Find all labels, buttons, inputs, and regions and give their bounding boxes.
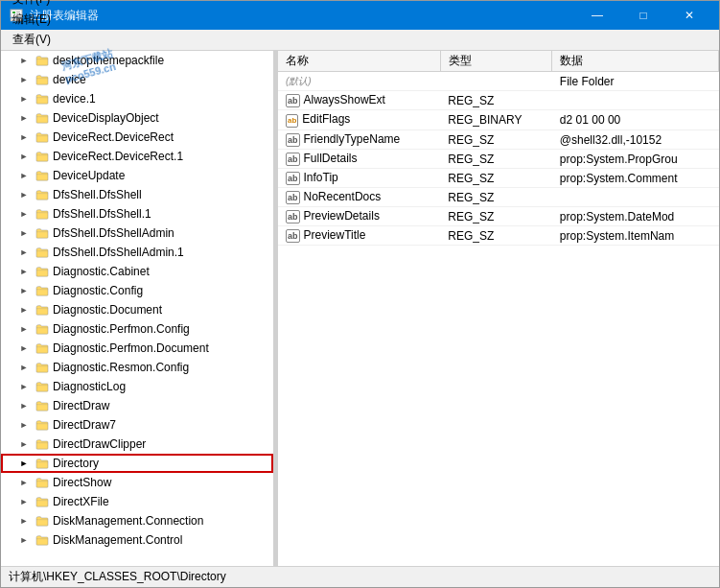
tree-item[interactable]: ► Diagnostic.Cabinet <box>1 262 273 281</box>
tree-item[interactable]: ► Directory <box>1 454 273 473</box>
table-row[interactable]: abEditFlagsREG_BINARYd2 01 00 00 <box>278 110 719 130</box>
expand-icon[interactable]: ► <box>16 149 32 164</box>
string-type-icon: ab <box>286 191 300 204</box>
expand-icon[interactable]: ► <box>16 129 32 145</box>
expand-icon[interactable]: ► <box>16 398 32 413</box>
menu-item[interactable]: 编辑(E) <box>5 10 70 30</box>
expand-icon[interactable]: ► <box>16 513 32 529</box>
tree-item[interactable]: ► DfsShell.DfsShellAdmin <box>1 223 273 243</box>
folder-icon <box>35 495 50 508</box>
tree-item[interactable]: ► Diagnostic.Perfmon.Document <box>1 339 273 358</box>
minimize-button[interactable]: — <box>575 1 619 30</box>
tree-item-label: DeviceRect.DeviceRect.1 <box>53 147 183 166</box>
expand-icon[interactable]: ► <box>16 379 32 394</box>
right-pane[interactable]: 名称类型数据 (默认)File FolderabAlwaysShowExtREG… <box>278 51 719 566</box>
tree-item-label: DeviceRect.DeviceRect <box>53 128 174 147</box>
folder-icon <box>35 533 50 547</box>
table-row[interactable]: abFullDetailsREG_SZprop:System.PropGrou <box>278 150 719 169</box>
tree-item[interactable]: ► DiskManagement.Control <box>1 530 273 550</box>
tree-item[interactable]: ► DirectShow <box>1 473 273 492</box>
reg-name-cell: abAlwaysShowExt <box>278 91 440 110</box>
tree-item-label: Directory <box>53 454 99 473</box>
expand-icon[interactable]: ► <box>16 456 32 471</box>
expand-icon[interactable]: ► <box>16 225 32 241</box>
reg-type-cell: REG_SZ <box>440 130 552 150</box>
expand-icon[interactable]: ► <box>16 341 32 356</box>
expand-icon[interactable]: ► <box>16 283 32 298</box>
tree-item[interactable]: ► DeviceRect.DeviceRect.1 <box>1 147 273 166</box>
tree-item[interactable]: ► DfsShell.DfsShellAdmin.1 <box>1 243 273 262</box>
menu-item[interactable]: 文件(F) <box>5 0 70 10</box>
table-row[interactable]: abNoRecentDocsREG_SZ <box>278 188 719 207</box>
expand-icon[interactable]: ► <box>16 72 32 87</box>
reg-data-cell: prop:System.Comment <box>552 169 719 188</box>
string-type-icon: ab <box>286 229 300 243</box>
tree-item[interactable]: ► DeviceUpdate <box>1 166 273 185</box>
tree-item[interactable]: ► DirectDraw7 <box>1 415 273 435</box>
expand-icon[interactable]: ► <box>16 187 32 202</box>
tree-item[interactable]: ► DirectDrawClipper <box>1 435 273 454</box>
tree-item[interactable]: ► DfsShell.DfsShell.1 <box>1 204 273 223</box>
expand-icon[interactable]: ► <box>16 532 32 548</box>
table-row[interactable]: (默认)File Folder <box>278 72 719 91</box>
tree-item-label: DfsShell.DfsShellAdmin.1 <box>53 243 184 262</box>
title-bar: 注册表编辑器 — □ ✕ <box>1 1 719 30</box>
tree-item[interactable]: ► Diagnostic.Document <box>1 300 273 319</box>
tree-item-label: Diagnostic.Config <box>53 281 143 300</box>
expand-icon[interactable]: ► <box>16 206 32 222</box>
tree-item-label: DiskManagement.Connection <box>53 511 203 530</box>
expand-icon[interactable]: ► <box>16 494 32 509</box>
status-bar: 计算机\HKEY_CLASSES_ROOT\Directory <box>1 566 719 587</box>
tree-item[interactable]: ► DeviceDisplayObject <box>1 108 273 128</box>
tree-item[interactable]: ► Diagnostic.Perfmon.Config <box>1 319 273 339</box>
close-button[interactable]: ✕ <box>667 1 711 30</box>
reg-data-cell <box>552 188 719 207</box>
menu-item[interactable]: 查看(V) <box>5 30 70 50</box>
table-row[interactable]: abInfoTipREG_SZprop:System.Comment <box>278 169 719 188</box>
tree-item[interactable]: ► DfsShell.DfsShell <box>1 185 273 204</box>
expand-icon[interactable]: ► <box>16 245 32 260</box>
expand-icon[interactable]: ► <box>16 417 32 433</box>
table-row[interactable]: abFriendlyTypeNameREG_SZ@shell32.dll,-10… <box>278 130 719 150</box>
expand-icon[interactable]: ► <box>16 110 32 126</box>
tree-item[interactable]: ► DiskManagement.Connection <box>1 511 273 530</box>
maximize-button[interactable]: □ <box>621 1 665 30</box>
reg-data-cell <box>552 91 719 110</box>
expand-icon[interactable]: ► <box>16 360 32 375</box>
tree-item[interactable]: ► Diagnostic.Config <box>1 281 273 300</box>
column-header: 数据 <box>552 51 719 72</box>
main-content: ► desktopthemepackfile► device► device.1… <box>1 51 719 566</box>
reg-name-cell: abNoRecentDocs <box>278 188 440 207</box>
folder-icon <box>35 418 50 432</box>
expand-icon[interactable]: ► <box>16 302 32 318</box>
registry-table: 名称类型数据 (默认)File FolderabAlwaysShowExtREG… <box>278 51 719 246</box>
tree-item[interactable]: ► DirectXFile <box>1 492 273 511</box>
table-row[interactable]: abAlwaysShowExtREG_SZ <box>278 91 719 110</box>
tree-item[interactable]: ► Diagnostic.Resmon.Config <box>1 358 273 377</box>
tree-item[interactable]: ► DirectDraw <box>1 396 273 415</box>
reg-type-cell: REG_BINARY <box>440 110 552 130</box>
expand-icon[interactable]: ► <box>16 91 32 106</box>
table-row[interactable]: abPreviewDetailsREG_SZprop:System.DateMo… <box>278 207 719 226</box>
reg-name-cell: abPreviewTitle <box>278 226 440 246</box>
expand-icon[interactable]: ► <box>16 168 32 183</box>
folder-icon <box>35 226 50 240</box>
folder-icon <box>35 437 50 451</box>
tree-item[interactable]: ► device <box>1 70 273 89</box>
binary-type-icon: ab <box>286 114 298 128</box>
tree-item-label: Diagnostic.Document <box>53 300 162 319</box>
folder-icon <box>35 265 50 278</box>
column-header: 类型 <box>440 51 552 72</box>
expand-icon[interactable]: ► <box>16 53 32 68</box>
tree-item[interactable]: ► DeviceRect.DeviceRect <box>1 128 273 147</box>
expand-icon[interactable]: ► <box>16 321 32 337</box>
table-row[interactable]: abPreviewTitleREG_SZprop:System.ItemNam <box>278 226 719 246</box>
expand-icon[interactable]: ► <box>16 264 32 279</box>
left-pane[interactable]: ► desktopthemepackfile► device► device.1… <box>1 51 274 566</box>
tree-item[interactable]: ► desktopthemepackfile <box>1 51 273 70</box>
expand-icon[interactable]: ► <box>16 475 32 490</box>
expand-icon[interactable]: ► <box>16 436 32 452</box>
reg-name-cell: abFriendlyTypeName <box>278 130 440 150</box>
tree-item[interactable]: ► DiagnosticLog <box>1 377 273 396</box>
tree-item[interactable]: ► device.1 <box>1 89 273 108</box>
